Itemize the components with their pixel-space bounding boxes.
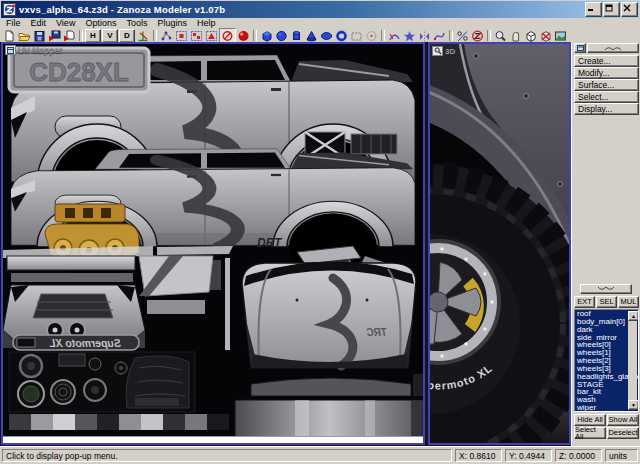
texture-tile-strip — [9, 414, 229, 430]
minimize-button[interactable] — [585, 2, 602, 17]
uv-viewport-header[interactable]: UV Mapper — [5, 45, 62, 55]
zoom-button[interactable] — [493, 29, 508, 42]
workspace: UV Mapper — [0, 42, 640, 446]
status-units: units — [605, 449, 638, 462]
uv-viewport-label: UV Mapper — [18, 45, 62, 55]
uv-percent-button[interactable] — [455, 29, 470, 42]
viewport-zoom-button[interactable] — [432, 46, 443, 56]
select-objects-button[interactable] — [219, 28, 236, 43]
menu-plugins[interactable]: Plugins — [152, 18, 192, 29]
open-folder-icon — [18, 30, 31, 42]
view-cube-button[interactable] — [523, 29, 538, 42]
surface-list[interactable]: roof body_main[0] dark side_mirror wheel… — [574, 309, 639, 412]
textured-view-button[interactable] — [553, 29, 568, 42]
primitive-geosphere-button[interactable] — [319, 29, 334, 42]
view-v-button[interactable]: V — [102, 29, 118, 43]
toolbar-separator — [79, 30, 83, 41]
select-button[interactable]: Select... — [574, 91, 639, 103]
select-faces-button[interactable] — [204, 29, 219, 42]
tool-star-button[interactable] — [402, 29, 417, 42]
menu-bar: File Edit View Options Tools Plugins Hel… — [1, 18, 639, 29]
viewport-menu-icon — [7, 47, 14, 54]
title-bar[interactable]: vxvs_alpha_64.z3d - Zanoza Modeler v1.07… — [1, 1, 639, 18]
scroll-down-button[interactable]: ▼ — [628, 400, 639, 410]
hide-box-button[interactable] — [538, 29, 553, 42]
3d-viewport[interactable]: Supermoto XL 3D — [428, 42, 571, 445]
tool-curve-button[interactable] — [432, 29, 447, 42]
3d-viewport-header[interactable]: 3D — [432, 46, 455, 56]
collapse-down-button[interactable] — [580, 284, 632, 294]
import-file-icon — [48, 30, 61, 42]
tool-bend-icon — [388, 30, 401, 42]
rectangle-select-button[interactable] — [349, 29, 364, 42]
viewport-menu-button[interactable] — [5, 45, 16, 55]
primitive-cylinder-button[interactable] — [289, 29, 304, 42]
select-vertices-icon — [175, 30, 188, 42]
ext-mode-button[interactable]: EXT — [574, 296, 595, 308]
primitive-torus-button[interactable] — [334, 29, 349, 42]
menu-help[interactable]: Help — [192, 18, 221, 29]
create-button[interactable]: Create... — [574, 55, 639, 67]
texture-hood: TRC — [242, 261, 416, 368]
svg-text:TRC: TRC — [366, 327, 387, 338]
primitive-cone-button[interactable] — [304, 29, 319, 42]
new-file-button[interactable] — [2, 29, 17, 42]
local-axes-icon — [137, 30, 150, 42]
circle-select-button[interactable] — [364, 29, 379, 42]
list-scrollbar[interactable]: ▲ ▼ — [628, 311, 637, 410]
render-sphere-button[interactable] — [236, 29, 251, 42]
connect-vertices-button[interactable] — [159, 29, 174, 42]
local-axes-button[interactable] — [136, 29, 151, 42]
menu-edit[interactable]: Edit — [26, 18, 52, 29]
deselect-button[interactable]: Deselect — [607, 427, 639, 439]
status-z-coordinate: Z: 0.0000 — [555, 449, 602, 462]
primitive-box-button[interactable] — [259, 29, 274, 42]
menu-file[interactable]: File — [1, 18, 26, 29]
view-h-button[interactable]: H — [85, 29, 101, 43]
maximize-icon — [605, 4, 618, 16]
import-button[interactable] — [47, 29, 62, 42]
scroll-up-button[interactable]: ▲ — [628, 311, 639, 321]
toolbar-separator — [253, 30, 257, 41]
z-mask-button[interactable] — [470, 29, 485, 42]
zoom-magnifier-icon — [494, 30, 507, 42]
menu-options[interactable]: Options — [80, 18, 121, 29]
select-all-button[interactable]: Select All — [574, 427, 606, 439]
save-file-button[interactable] — [32, 29, 47, 42]
tool-mirror-button[interactable] — [417, 29, 432, 42]
textured-view-icon — [554, 30, 567, 42]
close-button[interactable] — [621, 2, 638, 17]
view-d-button[interactable]: D — [119, 29, 135, 43]
collapse-up-button[interactable] — [587, 43, 639, 53]
primitive-sphere-icon — [275, 30, 288, 42]
show-all-button[interactable]: Show All — [607, 414, 639, 426]
open-file-button[interactable] — [17, 29, 32, 42]
minimize-icon — [587, 4, 600, 16]
toolbar-separator — [449, 30, 453, 41]
texture-pillar-strip — [225, 258, 230, 350]
new-file-icon — [3, 30, 16, 42]
primitive-geosphere-icon — [320, 30, 333, 42]
3d-render-canvas[interactable]: Supermoto XL — [430, 44, 569, 443]
select-edges-button[interactable] — [189, 29, 204, 42]
tool-mirror-icon — [418, 30, 431, 42]
sel-mode-button[interactable]: SEL — [596, 296, 617, 308]
modify-button[interactable]: Modify... — [574, 67, 639, 79]
tool-bend-button[interactable] — [387, 29, 402, 42]
menu-tools[interactable]: Tools — [121, 18, 152, 29]
uv-texture-canvas[interactable]: TRC CD28XL DRT — [3, 44, 423, 438]
panel-menu-button[interactable] — [574, 43, 586, 53]
export-button[interactable] — [62, 29, 77, 42]
uv-mapper-viewport[interactable]: UV Mapper — [1, 42, 425, 445]
uv-scroll-strip[interactable] — [3, 436, 423, 443]
pan-button[interactable] — [508, 29, 523, 42]
maximize-button[interactable] — [603, 2, 620, 17]
select-vertices-button[interactable] — [174, 29, 189, 42]
surface-button[interactable]: Surface... — [574, 79, 639, 91]
primitive-sphere-button[interactable] — [274, 29, 289, 42]
menu-view[interactable]: View — [51, 18, 80, 29]
mul-mode-button[interactable]: MUL — [618, 296, 639, 308]
uv-percent-icon — [456, 30, 469, 42]
display-button[interactable]: Display... — [574, 103, 639, 115]
texture-light-streak — [157, 246, 233, 255]
